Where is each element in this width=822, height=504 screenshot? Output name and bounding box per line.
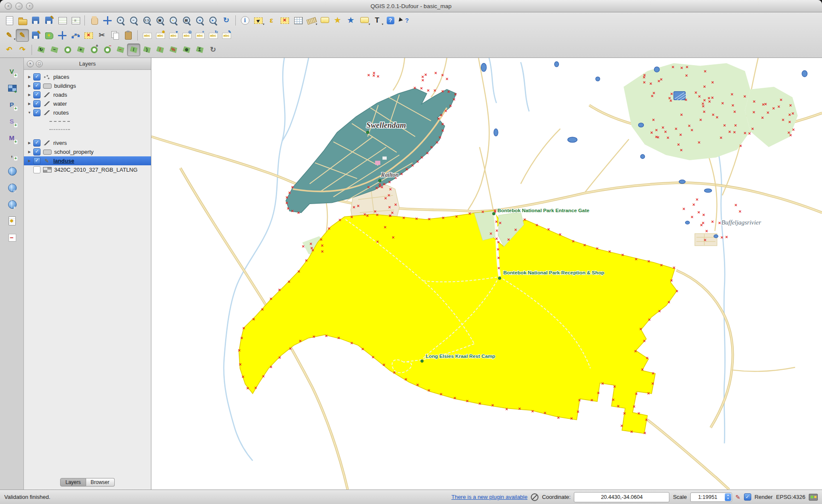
add-ring-button[interactable] (61, 43, 74, 56)
new-plugin-link[interactable]: There is a new plugin available (452, 494, 528, 500)
add-postgis-layer-button[interactable]: P (5, 98, 18, 111)
open-project-button[interactable] (16, 14, 29, 27)
coordinate-input[interactable] (574, 492, 669, 502)
add-raster-layer-button[interactable]: + (5, 81, 18, 94)
whats-this-button[interactable]: ? (397, 14, 410, 27)
zoom-last-button[interactable]: ◂ (193, 14, 206, 27)
expand-arrow-icon[interactable]: ▼ (27, 111, 32, 115)
stop-rendering-icon[interactable]: ✎ (735, 494, 741, 501)
layer-visibility-checkbox[interactable]: ✓ (33, 148, 41, 156)
add-spatialite-layer-button[interactable]: S (5, 115, 18, 127)
add-part-button[interactable]: + (74, 43, 87, 56)
add-wcs-layer-button[interactable]: C (5, 181, 18, 194)
save-project-button[interactable] (29, 14, 42, 27)
add-wms-layer-button[interactable] (5, 164, 18, 177)
identify-features-button[interactable]: i (238, 14, 252, 27)
current-edits-button[interactable]: ✎▾ (3, 29, 16, 42)
copy-features-button[interactable] (108, 29, 122, 42)
undo-button[interactable]: ↶ (3, 43, 16, 56)
change-label-button[interactable]: ✎ (220, 29, 233, 42)
panel-close-icon[interactable]: × (27, 60, 34, 67)
deselect-all-button[interactable]: ✕ (278, 14, 291, 27)
legend-symbol-item[interactable] (24, 117, 151, 125)
layer-item-rivers[interactable]: ▶✓rivers (24, 138, 151, 147)
new-bookmark-button[interactable]: ★ (331, 14, 344, 27)
select-features-button[interactable]: ▶▾ (252, 14, 265, 27)
redo-button[interactable]: ↷ (16, 43, 29, 56)
layer-item-landuse[interactable]: ▶✓✎landuse (24, 156, 151, 165)
layer-visibility-checkbox[interactable] (33, 166, 41, 173)
add-vector-layer-button[interactable]: V (5, 65, 18, 78)
rotate-feature-button[interactable]: ↻ (35, 43, 48, 56)
expand-arrow-icon[interactable]: ▶ (27, 102, 32, 106)
toggle-editing-button[interactable]: ✎ (16, 29, 29, 42)
reshape-features-button[interactable]: / (127, 43, 140, 56)
new-project-button[interactable] (3, 14, 16, 27)
map-tips-button[interactable] (318, 14, 331, 27)
fill-ring-button[interactable]: + (87, 43, 101, 56)
refresh-map-button[interactable]: ↻ (220, 14, 233, 27)
layer-visibility-checkbox[interactable]: ✓ (33, 109, 41, 116)
layer-item-3420C_2010_327_RGB_LATLNG[interactable]: 3420C_2010_327_RGB_LATLNG (24, 165, 151, 174)
add-feature-button[interactable]: + (42, 29, 55, 42)
title-bar[interactable]: × − + QGIS 2.0.1-Dufour - basic_map (0, 0, 822, 12)
expand-arrow-icon[interactable]: ▶ (27, 141, 32, 145)
expand-arrow-icon[interactable]: ▶ (27, 84, 32, 88)
layer-visibility-checkbox[interactable]: ✓ (33, 100, 41, 107)
text-annotation-button[interactable]: T▾ (370, 14, 384, 27)
zoom-next-button[interactable]: ▸ (206, 14, 220, 27)
expand-arrow-icon[interactable]: ▶ (27, 75, 32, 79)
move-feature-button[interactable] (55, 29, 69, 42)
layer-item-school_property[interactable]: ▶✓school_property (24, 147, 151, 156)
crs-status-icon[interactable] (809, 494, 818, 501)
save-project-as-button[interactable]: ✎ (42, 14, 55, 27)
pin-unpin-labels-button[interactable]: ▾ (167, 29, 180, 42)
zoom-out-button[interactable]: − (127, 14, 140, 27)
layer-visibility-checkbox[interactable]: ✓ (33, 82, 41, 89)
split-features-button[interactable]: / (153, 43, 167, 56)
measure-button[interactable]: ▾ (304, 14, 318, 27)
move-label-button[interactable]: + (193, 29, 206, 42)
tab-browser[interactable]: Browser (86, 478, 115, 487)
tab-layers[interactable]: Layers (60, 478, 86, 487)
legend-symbol-item[interactable] (24, 125, 151, 133)
save-layer-edits-button[interactable]: ✎ (29, 29, 42, 42)
delete-ring-button[interactable]: − (101, 43, 114, 56)
help-contents-button[interactable]: ? (384, 14, 397, 27)
layer-item-routes[interactable]: ▼✓routes (24, 108, 151, 117)
layer-item-roads[interactable]: ▶✓roads (24, 90, 151, 99)
layer-visibility-checkbox[interactable]: ✓ (33, 91, 41, 98)
zoom-to-layer-button[interactable]: ▤ (180, 14, 193, 27)
annotation-button[interactable]: ▾ (357, 14, 370, 27)
rotate-label-button[interactable]: ↻ (206, 29, 220, 42)
delete-part-button[interactable]: − (114, 43, 127, 56)
show-bookmarks-button[interactable]: ★ (344, 14, 357, 27)
show-hide-labels-button[interactable]: ◎ (180, 29, 193, 42)
layers-panel-header[interactable]: × ◻ Layers (24, 58, 151, 70)
new-print-composer-button[interactable] (55, 14, 69, 27)
labeling-button[interactable] (140, 29, 153, 42)
layer-visibility-checkbox[interactable]: ✓ (33, 73, 41, 81)
zoom-full-button[interactable]: ▣ (153, 14, 167, 27)
expand-arrow-icon[interactable]: ▶ (27, 159, 32, 163)
scale-combo[interactable]: 1:19951 ▲▼ (690, 492, 732, 502)
add-delimited-text-layer-button[interactable]: , (5, 148, 18, 161)
panel-detach-icon[interactable]: ◻ (36, 60, 43, 67)
layer-visibility-checkbox[interactable]: ✓ (33, 139, 41, 147)
zoom-in-button[interactable]: + (114, 14, 127, 27)
offset-curve-button[interactable]: ) (140, 43, 153, 56)
select-by-expression-button[interactable]: ε (265, 14, 278, 27)
plugin-icon[interactable] (531, 493, 538, 501)
simplify-feature-button[interactable]: ~ (48, 43, 61, 56)
cut-features-button[interactable]: ✂ (95, 29, 108, 42)
open-attribute-table-button[interactable] (291, 14, 304, 27)
add-mssql-layer-button[interactable]: M (5, 131, 18, 144)
delete-selected-button[interactable]: ✕ (82, 29, 95, 42)
paste-features-button[interactable] (122, 29, 135, 42)
highlight-pinned-labels-button[interactable]: ✱ (153, 29, 167, 42)
merge-features-button[interactable]: ⊕ (180, 43, 193, 56)
rotate-point-symbols-button[interactable]: ↻ (206, 43, 220, 56)
zoom-actual-size-button[interactable]: 1:1 (140, 14, 153, 27)
remove-layer-button[interactable]: − (5, 231, 18, 244)
expand-arrow-icon[interactable]: ▶ (27, 150, 32, 154)
